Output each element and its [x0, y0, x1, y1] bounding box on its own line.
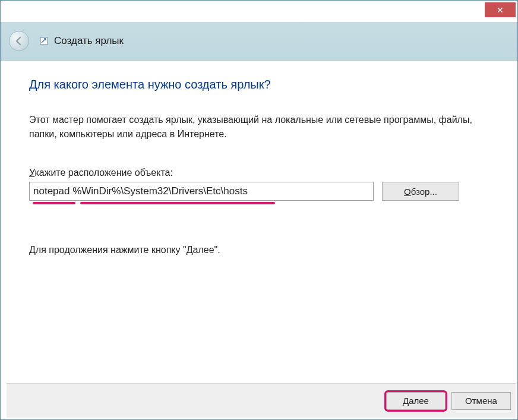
next-button[interactable]: Далее — [386, 392, 446, 410]
next-label-text: алее — [409, 396, 429, 406]
next-accel: Д — [403, 396, 409, 406]
back-arrow-icon — [14, 36, 24, 46]
wizard-footer: Далее Отмена — [7, 383, 516, 418]
annotation-bar-2 — [80, 202, 275, 204]
page-heading: Для какого элемента нужно создать ярлык? — [29, 78, 489, 91]
shortcut-icon — [40, 37, 48, 45]
close-button[interactable]: ✕ — [485, 2, 516, 17]
location-row: Обзор... — [29, 182, 489, 201]
wizard-title: Создать ярлык — [54, 35, 124, 47]
back-button[interactable] — [9, 31, 29, 51]
close-icon: ✕ — [497, 5, 504, 15]
window-titlebar: ✕ — [1, 1, 517, 22]
continue-hint: Для продолжения нажмите кнопку "Далее". — [29, 245, 489, 255]
wizard-header: Создать ярлык — [1, 22, 517, 61]
wizard-window: ✕ Создать ярлык Для какого элемента нужн… — [0, 0, 518, 420]
wizard-content: Для какого элемента нужно создать ярлык?… — [1, 60, 517, 381]
annotation-bar-1 — [33, 202, 75, 204]
cancel-label-text: Отмена — [465, 396, 497, 406]
browse-accel: О — [404, 187, 411, 197]
page-description: Этот мастер помогает создать ярлык, указ… — [29, 113, 489, 141]
browse-label-text: бзор... — [411, 187, 437, 197]
browse-button[interactable]: Обзор... — [382, 182, 459, 201]
location-label: Укажите расположение объекта: — [29, 168, 489, 178]
cancel-button[interactable]: Отмена — [451, 392, 511, 410]
location-label-text: кажите расположение объекта: — [34, 168, 172, 178]
annotation-underlines — [29, 207, 374, 213]
location-input[interactable] — [29, 182, 374, 201]
